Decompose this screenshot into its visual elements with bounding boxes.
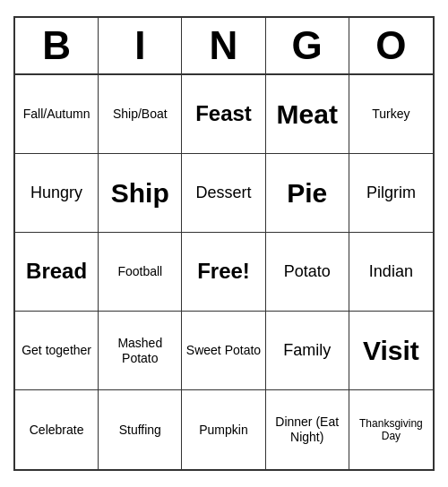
bingo-card: BINGO Fall/AutumnShip/BoatFeastMeatTurke… <box>13 16 435 471</box>
bingo-cell[interactable]: Pumpkin <box>182 390 265 469</box>
cell-label: Pilgrim <box>366 184 416 203</box>
header-letter: B <box>15 18 99 73</box>
cell-label: Feast <box>195 101 252 127</box>
cell-label: Thanksgiving Day <box>353 417 429 443</box>
bingo-cell[interactable]: Celebrate <box>15 390 99 469</box>
cell-label: Turkey <box>372 107 409 122</box>
bingo-cell[interactable]: Mashed Potato <box>99 312 182 390</box>
cell-label: Indian <box>369 262 413 282</box>
bingo-cell[interactable]: Fall/Autumn <box>15 75 99 154</box>
cell-label: Bread <box>26 259 87 285</box>
header-letter: G <box>266 18 349 73</box>
header-letter: N <box>182 18 265 73</box>
bingo-cell[interactable]: Dinner (Eat Night) <box>266 390 349 469</box>
cell-label: Fall/Autumn <box>23 107 90 122</box>
bingo-cell[interactable]: Football <box>99 233 182 312</box>
cell-label: Mashed Potato <box>102 336 177 366</box>
cell-label: Potato <box>284 262 331 282</box>
cell-label: Pie <box>287 177 327 209</box>
bingo-cell[interactable]: Feast <box>182 75 265 154</box>
cell-label: Dinner (Eat Night) <box>270 414 345 445</box>
cell-label: Dessert <box>195 184 251 203</box>
cell-label: Free! <box>197 259 250 285</box>
cell-label: Get together <box>22 343 91 358</box>
bingo-cell[interactable]: Bread <box>15 233 99 312</box>
bingo-cell[interactable]: Free! <box>182 233 265 312</box>
header-letter: O <box>349 18 433 73</box>
bingo-cell[interactable]: Potato <box>266 233 349 312</box>
bingo-cell[interactable]: Visit <box>349 312 433 390</box>
cell-label: Family <box>283 341 331 361</box>
cell-label: Stuffing <box>119 423 161 438</box>
cell-label: Sweet Potato <box>186 343 261 358</box>
bingo-cell[interactable]: Get together <box>15 312 99 390</box>
cell-label: Meat <box>277 98 338 131</box>
bingo-cell[interactable]: Ship <box>99 154 182 233</box>
bingo-cell[interactable]: Stuffing <box>99 390 182 469</box>
bingo-cell[interactable]: Sweet Potato <box>182 312 265 390</box>
bingo-cell[interactable]: Indian <box>349 233 433 312</box>
header-letter: I <box>99 18 182 73</box>
bingo-cell[interactable]: Turkey <box>349 75 433 154</box>
bingo-cell[interactable]: Pilgrim <box>349 154 433 233</box>
cell-label: Football <box>117 264 162 279</box>
bingo-cell[interactable]: Thanksgiving Day <box>349 390 433 469</box>
bingo-cell[interactable]: Dessert <box>182 154 265 233</box>
bingo-cell[interactable]: Hungry <box>15 154 99 233</box>
cell-label: Pumpkin <box>199 423 247 438</box>
cell-label: Celebrate <box>30 423 84 438</box>
bingo-grid: Fall/AutumnShip/BoatFeastMeatTurkeyHungr… <box>15 75 433 469</box>
bingo-cell[interactable]: Ship/Boat <box>99 75 182 154</box>
cell-label: Ship <box>111 177 169 209</box>
bingo-cell[interactable]: Family <box>266 312 349 390</box>
bingo-cell[interactable]: Meat <box>266 75 349 154</box>
bingo-header: BINGO <box>15 18 433 75</box>
cell-label: Hungry <box>30 184 82 203</box>
cell-label: Ship/Boat <box>113 107 168 122</box>
cell-label: Visit <box>363 335 419 367</box>
bingo-cell[interactable]: Pie <box>266 154 349 233</box>
